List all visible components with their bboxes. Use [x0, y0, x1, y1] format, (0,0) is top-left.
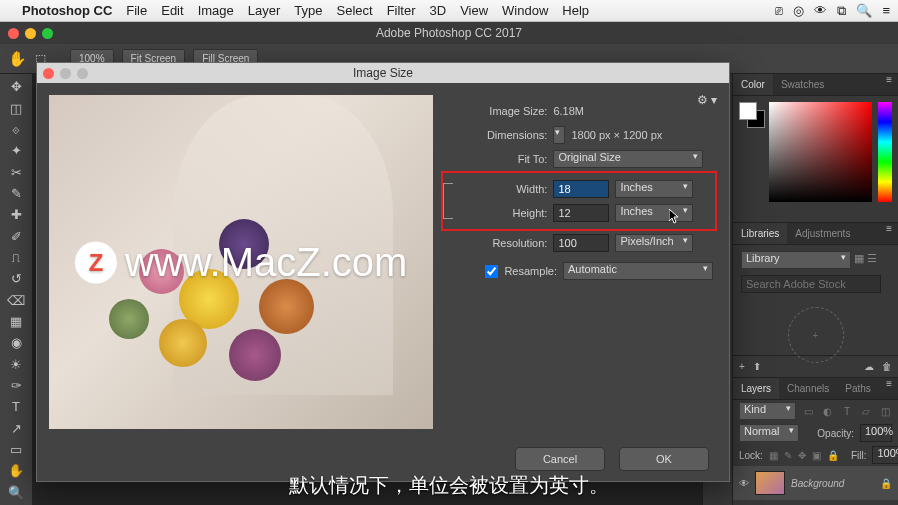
menu-view[interactable]: View: [460, 3, 488, 18]
crop-tool-icon[interactable]: ✂: [4, 163, 28, 180]
width-unit-select[interactable]: Inches: [615, 180, 693, 198]
marquee-tool-icon[interactable]: ◫: [4, 99, 28, 116]
lock-paint-icon[interactable]: ✎: [784, 450, 792, 461]
dodge-tool-icon[interactable]: ☀: [4, 355, 28, 372]
filter-type-icon[interactable]: T: [840, 406, 853, 417]
hand-tool-icon[interactable]: ✋: [8, 50, 27, 68]
layers-tab[interactable]: Layers: [733, 378, 779, 399]
zoom-tool-icon[interactable]: 🔍: [4, 484, 28, 501]
upload-icon[interactable]: ⬆: [753, 361, 761, 372]
shape-tool-icon[interactable]: ▭: [4, 441, 28, 458]
gear-icon[interactable]: ⚙ ▾: [697, 93, 717, 107]
visibility-icon[interactable]: 👁: [739, 478, 749, 489]
libraries-tab[interactable]: Libraries: [733, 223, 787, 244]
resolution-input[interactable]: [553, 234, 609, 252]
paths-tab[interactable]: Paths: [837, 378, 879, 399]
fgbg-swatch[interactable]: [739, 102, 763, 216]
path-tool-icon[interactable]: ↗: [4, 420, 28, 437]
minimize-button[interactable]: [25, 28, 36, 39]
layer-name[interactable]: Background: [791, 478, 874, 489]
heal-tool-icon[interactable]: ✚: [4, 206, 28, 223]
search-icon[interactable]: 🔍: [856, 3, 872, 18]
trash-icon[interactable]: 🗑: [882, 361, 892, 372]
menu-help[interactable]: Help: [562, 3, 589, 18]
pen-tool-icon[interactable]: ✑: [4, 377, 28, 394]
menu-edit[interactable]: Edit: [161, 3, 183, 18]
menu-image[interactable]: Image: [198, 3, 234, 18]
wifi-icon[interactable]: ⧉: [837, 3, 846, 19]
sync-icon[interactable]: ☁: [864, 361, 874, 372]
resolution-unit-select[interactable]: Pixels/Inch: [615, 234, 693, 252]
menu-window[interactable]: Window: [502, 3, 548, 18]
adjustments-tab[interactable]: Adjustments: [787, 223, 858, 244]
ok-button[interactable]: OK: [619, 447, 709, 471]
channels-tab[interactable]: Channels: [779, 378, 837, 399]
filter-image-icon[interactable]: ▭: [802, 406, 815, 417]
menu-filter[interactable]: Filter: [387, 3, 416, 18]
lasso-tool-icon[interactable]: ⟐: [4, 121, 28, 138]
move-tool-icon[interactable]: ✥: [4, 78, 28, 95]
panel-menu-icon[interactable]: ≡: [880, 74, 898, 95]
blur-tool-icon[interactable]: ◉: [4, 334, 28, 351]
filter-smart-icon[interactable]: ◫: [879, 406, 892, 417]
cancel-button[interactable]: Cancel: [515, 447, 605, 471]
hue-slider[interactable]: [878, 102, 892, 202]
screen-icon[interactable]: ⎚: [775, 3, 783, 18]
swatches-tab[interactable]: Swatches: [773, 74, 832, 95]
menu-select[interactable]: Select: [336, 3, 372, 18]
dimensions-unit-select[interactable]: [553, 126, 565, 144]
grid-view-icon[interactable]: ▦: [854, 252, 864, 264]
color-tab[interactable]: Color: [733, 74, 773, 95]
dialog-titlebar[interactable]: Image Size: [37, 63, 729, 83]
lock-artboard-icon[interactable]: ▣: [812, 450, 821, 461]
link-icon[interactable]: [443, 183, 453, 219]
menu-type[interactable]: Type: [294, 3, 322, 18]
close-button[interactable]: [8, 28, 19, 39]
height-unit-select[interactable]: Inches: [615, 204, 693, 222]
filter-kind-select[interactable]: Kind: [739, 402, 796, 420]
lock-trans-icon[interactable]: ▦: [769, 450, 778, 461]
gradient-tool-icon[interactable]: ▦: [4, 313, 28, 330]
type-tool-icon[interactable]: T: [4, 398, 28, 415]
drop-target-icon[interactable]: +: [788, 307, 844, 363]
resample-select[interactable]: Automatic: [563, 262, 713, 280]
app-titlebar: Adobe Photoshop CC 2017: [0, 22, 898, 44]
opacity-input[interactable]: 100%: [860, 424, 892, 442]
layer-row[interactable]: 👁 Background 🔒: [733, 466, 898, 500]
panel-menu-icon[interactable]: ≡: [880, 223, 898, 244]
menu-file[interactable]: File: [126, 3, 147, 18]
menu-icon[interactable]: ≡: [882, 3, 890, 18]
history-brush-icon[interactable]: ↺: [4, 270, 28, 287]
color-picker[interactable]: [769, 102, 872, 202]
resample-checkbox[interactable]: [485, 265, 498, 278]
dialog-close-icon[interactable]: [43, 68, 54, 79]
fill-input[interactable]: 100%: [872, 446, 898, 464]
blend-mode-select[interactable]: Normal: [739, 424, 799, 442]
library-search[interactable]: [741, 275, 881, 293]
brush-tool-icon[interactable]: ✐: [4, 227, 28, 244]
lock-pos-icon[interactable]: ✥: [798, 450, 806, 461]
eyedropper-tool-icon[interactable]: ✎: [4, 185, 28, 202]
list-view-icon[interactable]: ☰: [867, 252, 877, 264]
stamp-tool-icon[interactable]: ⎍: [4, 249, 28, 266]
filter-adjust-icon[interactable]: ◐: [821, 406, 834, 417]
app-menu[interactable]: Photoshop CC: [22, 3, 112, 18]
wand-tool-icon[interactable]: ✦: [4, 142, 28, 159]
menu-layer[interactable]: Layer: [248, 3, 281, 18]
width-input[interactable]: [553, 180, 609, 198]
add-icon[interactable]: +: [739, 361, 745, 372]
layer-thumbnail[interactable]: [755, 471, 785, 495]
panel-menu-icon[interactable]: ≡: [880, 378, 898, 399]
lock-all-icon[interactable]: 🔒: [827, 450, 839, 461]
eraser-tool-icon[interactable]: ⌫: [4, 291, 28, 308]
height-input[interactable]: [553, 204, 609, 222]
library-select[interactable]: Library: [741, 251, 851, 269]
app-title: Adobe Photoshop CC 2017: [376, 26, 522, 40]
menu-3d[interactable]: 3D: [430, 3, 447, 18]
filter-shape-icon[interactable]: ▱: [860, 406, 873, 417]
zoom-button[interactable]: [42, 28, 53, 39]
hand-tool-icon[interactable]: ✋: [4, 462, 28, 479]
eye-icon[interactable]: 👁: [814, 3, 827, 18]
fit-to-select[interactable]: Original Size: [553, 150, 703, 168]
cc-icon[interactable]: ◎: [793, 3, 804, 18]
